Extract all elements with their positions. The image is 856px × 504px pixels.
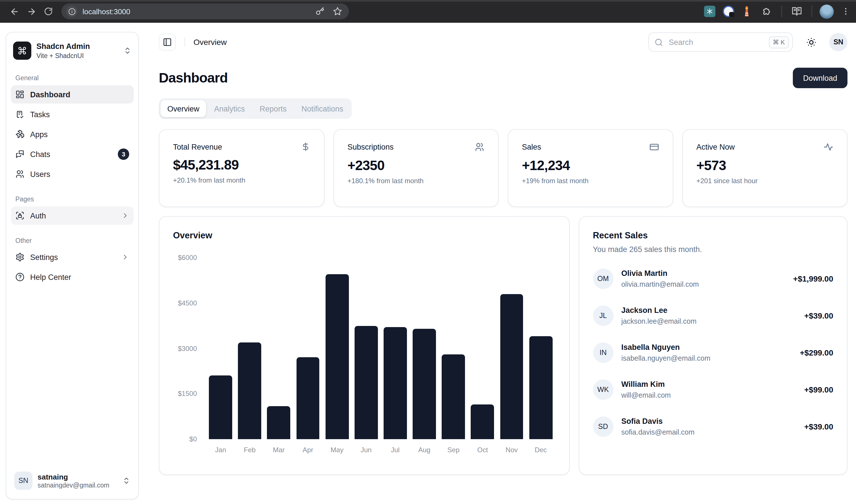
lighthouse-extension-icon[interactable] xyxy=(741,6,752,17)
browser-back-button[interactable] xyxy=(7,4,22,19)
download-button[interactable]: Download xyxy=(793,68,848,88)
sale-amount: +$299.00 xyxy=(800,348,833,357)
tab-overview[interactable]: Overview xyxy=(160,100,206,117)
sidebar-nav-general: Dashboard Tasks Apps Chats 3 Users xyxy=(11,85,134,183)
dashboard-icon xyxy=(15,90,24,99)
sidebar-item-users[interactable]: Users xyxy=(11,165,134,183)
tab-reports[interactable]: Reports xyxy=(253,100,294,117)
chart-bar-column xyxy=(206,258,235,439)
search-shortcut-kbd: ⌘ K xyxy=(769,36,789,48)
x-tick-label: Oct xyxy=(468,439,497,454)
user-name: satnaing xyxy=(38,472,117,481)
browser-reload-button[interactable] xyxy=(41,4,56,19)
kebab-menu-icon xyxy=(841,7,850,16)
command-icon xyxy=(18,46,27,55)
browser-forward-button[interactable] xyxy=(24,4,39,19)
sale-email: sofia.davis@email.com xyxy=(621,428,694,436)
sale-amount: +$99.00 xyxy=(804,385,833,394)
search-box[interactable]: ⌘ K xyxy=(648,32,793,52)
sidebar: Shadcn Admin Vite + ShadcnUI General Das… xyxy=(6,32,139,500)
tab-analytics[interactable]: Analytics xyxy=(207,100,252,117)
star-icon xyxy=(333,7,342,16)
messages-icon xyxy=(15,150,24,159)
panel-left-icon xyxy=(163,38,172,47)
stat-change: +180.1% from last month xyxy=(348,177,484,185)
extension-icon-teal[interactable] xyxy=(704,6,715,17)
x-tick-label: Nov xyxy=(497,439,526,454)
site-info-button[interactable] xyxy=(66,6,77,17)
sale-avatar: IN xyxy=(593,342,613,363)
sidebar-item-label: Apps xyxy=(30,130,48,139)
sidebar-nav-pages: Auth xyxy=(11,206,134,225)
app-logo xyxy=(13,41,31,60)
sidebar-item-label: Auth xyxy=(30,211,46,220)
sidebar-toggle-button[interactable] xyxy=(159,34,176,51)
sale-row: OM Olivia Martinolivia.martin@email.com … xyxy=(593,269,833,289)
recent-sales-title: Recent Sales xyxy=(593,230,833,241)
sale-name: Sofia Davis xyxy=(621,417,694,426)
user-avatar: SN xyxy=(14,472,32,490)
asterisk-icon xyxy=(706,8,713,15)
chart-bar-column xyxy=(351,258,381,439)
stat-change: +20.1% from last month xyxy=(173,176,310,184)
sidebar-user-menu[interactable]: SN satnaing satnaingdev@gmail.com xyxy=(11,467,134,494)
chart-bar-column xyxy=(293,258,322,439)
reading-list-button[interactable] xyxy=(790,4,803,19)
sale-email: will@email.com xyxy=(621,391,671,399)
bookmark-star-button[interactable] xyxy=(333,7,342,16)
search-input[interactable] xyxy=(668,37,764,47)
profile-avatar-button[interactable]: SN xyxy=(829,33,848,51)
sidebar-item-label: Tasks xyxy=(30,110,50,119)
top-header: Overview ⌘ K SN xyxy=(159,32,848,52)
stat-value: +12,234 xyxy=(522,158,659,174)
sale-row: SD Sofia Davissofia.davis@email.com +$39… xyxy=(593,416,833,437)
chart-x-axis: JanFebMarAprMayJunJulAugSepOctNovDec xyxy=(206,439,555,454)
chart-bar-dec xyxy=(529,336,552,439)
browser-profile-avatar[interactable] xyxy=(820,4,834,18)
bar-chart: $0$1500$3000$4500$6000 xyxy=(173,258,555,439)
chart-bar-column xyxy=(235,258,264,439)
stat-card-subscriptions: Subscriptions +2350 +180.1% from last mo… xyxy=(333,129,499,207)
chats-count-badge: 3 xyxy=(118,148,129,160)
sale-row: WK William Kimwill@email.com +$99.00 xyxy=(593,379,833,400)
stat-value: $45,231.89 xyxy=(173,157,310,173)
password-key-button[interactable] xyxy=(315,7,325,16)
sidebar-item-label: Help Center xyxy=(30,273,71,281)
chart-bar-jan xyxy=(209,376,232,439)
y-tick-label: $4500 xyxy=(178,299,197,307)
sidebar-item-apps[interactable]: Apps xyxy=(11,125,134,143)
chart-title: Overview xyxy=(173,230,555,241)
y-tick-label: $3000 xyxy=(178,344,197,353)
sidebar-item-label: Dashboard xyxy=(30,90,70,99)
sidebar-item-auth[interactable]: Auth xyxy=(11,206,134,225)
x-tick-label: Jul xyxy=(381,439,410,454)
x-tick-label: Jan xyxy=(206,439,235,454)
browser-menu-button[interactable] xyxy=(841,7,850,16)
chart-bar-jun xyxy=(354,326,378,439)
sidebar-item-label: Users xyxy=(30,170,50,178)
chart-bar-column xyxy=(264,258,293,439)
onepassword-extension-icon[interactable] xyxy=(723,6,734,17)
book-open-icon xyxy=(792,6,802,17)
activity-icon xyxy=(824,142,833,152)
team-switcher[interactable]: Shadcn Admin Vite + ShadcnUI xyxy=(11,37,134,64)
sidebar-item-settings[interactable]: Settings xyxy=(11,248,134,266)
chart-bar-nov xyxy=(500,294,523,439)
toolbar-divider xyxy=(782,6,782,17)
scan-lock-icon xyxy=(15,211,24,220)
address-bar[interactable]: localhost:3000 xyxy=(62,3,349,19)
sidebar-item-help-center[interactable]: Help Center xyxy=(11,268,134,286)
extensions-puzzle-button[interactable] xyxy=(761,4,773,19)
sidebar-item-dashboard[interactable]: Dashboard xyxy=(11,85,134,104)
chart-bar-column xyxy=(468,258,497,439)
search-icon xyxy=(654,38,663,47)
sidebar-item-tasks[interactable]: Tasks xyxy=(11,105,134,123)
url-text: localhost:3000 xyxy=(83,7,307,16)
sidebar-item-chats[interactable]: Chats 3 xyxy=(11,145,134,163)
tab-notifications[interactable]: Notifications xyxy=(295,100,350,117)
theme-toggle-button[interactable] xyxy=(802,33,820,51)
sale-email: isabella.nguyen@email.com xyxy=(621,354,710,362)
overview-chart-card: Overview $0$1500$3000$4500$6000 JanFebMa… xyxy=(159,216,570,475)
sidebar-nav-other: Settings Help Center xyxy=(11,248,134,286)
team-name: Shadcn Admin xyxy=(36,42,118,52)
